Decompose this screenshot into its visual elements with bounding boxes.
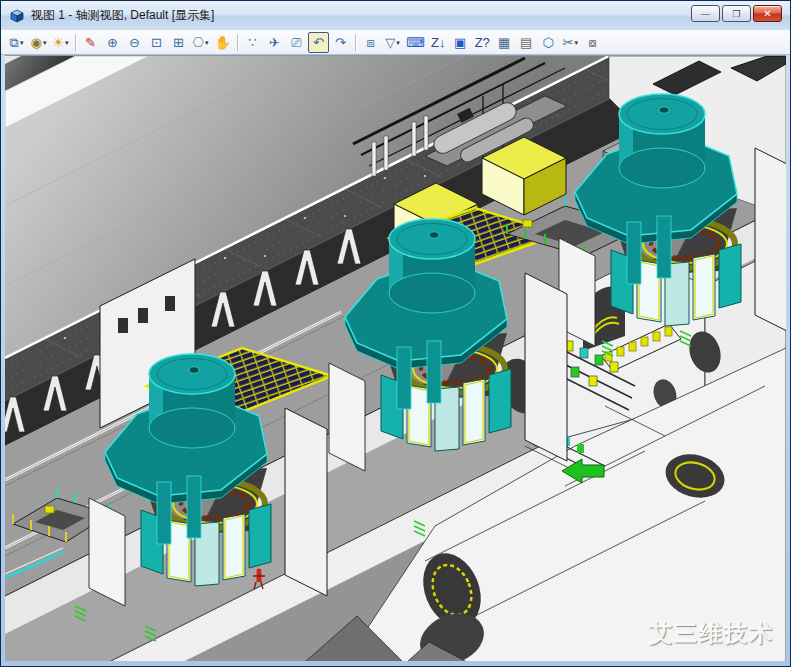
section-cut-dropdown-arrow[interactable]: ▾ (574, 39, 578, 46)
paint-brush-button[interactable]: ✎ (80, 32, 101, 53)
pan-hand-icon: ✋ (214, 36, 230, 49)
window-title: 视图 1 - 轴测视图, Default [显示集] (31, 7, 214, 24)
z-query-icon: Z? (475, 36, 490, 49)
section-cut-icon: ✂ (563, 36, 574, 49)
view-frustum-dropdown-arrow[interactable]: ▾ (396, 39, 400, 46)
statistics-button[interactable]: ▦ (494, 32, 515, 53)
window-controls: —❐✕ (691, 5, 782, 22)
pan-hand-button[interactable]: ✋ (212, 32, 233, 53)
toolbar-separator (355, 34, 356, 51)
perspective-views-button[interactable]: ⧈ (360, 32, 381, 53)
render-mode-icon: ◉ (31, 36, 42, 49)
cube-view-icon: ⬡ (543, 36, 554, 49)
walk-mode-button[interactable]: ∵ (242, 32, 263, 53)
z-depth-button[interactable]: Z↓ (428, 32, 449, 53)
render-mode-dropdown-arrow[interactable]: ▾ (43, 39, 47, 46)
snapshot-button[interactable]: ▤ (516, 32, 537, 53)
zoom-in-icon: ⊕ (107, 36, 118, 49)
look-around-button[interactable]: ⎚ (286, 32, 307, 53)
keyboard-grid-button[interactable]: ⌨ (404, 32, 427, 53)
cube-view-button[interactable]: ⬡ (538, 32, 559, 53)
zoom-out-icon: ⊖ (129, 36, 140, 49)
close-button[interactable]: ✕ (753, 5, 782, 22)
title-bar[interactable]: 视图 1 - 轴测视图, Default [显示集] —❐✕ (1, 1, 790, 30)
toolbar: ⧉▾◉▾☀▾✎⊕⊖⊡⊞⎔▾✋∵✈⎚↶↷⧈▽▾⌨Z↓▣Z?▦▤⬡✂▾⧇ (1, 30, 790, 55)
toolbar-separator (75, 34, 76, 51)
zoom-window-icon: ⊡ (151, 36, 162, 49)
section-cut-button[interactable]: ✂▾ (560, 32, 581, 53)
statistics-icon: ▦ (498, 36, 510, 49)
zoom-fit-button[interactable]: ⊞ (168, 32, 189, 53)
cube-export-button[interactable]: ⧇ (582, 32, 603, 53)
display-sets-button[interactable]: ⧉▾ (6, 32, 27, 53)
lighting-dropdown-arrow[interactable]: ▾ (65, 39, 69, 46)
z-query-button[interactable]: Z? (472, 32, 493, 53)
cube-export-icon: ⧇ (588, 36, 596, 49)
display-sets-icon: ⧉ (10, 36, 19, 49)
redo-view-button[interactable]: ↷ (330, 32, 351, 53)
perspective-views-icon: ⧈ (366, 36, 374, 49)
paint-brush-icon: ✎ (85, 36, 96, 49)
snapshot-icon: ▤ (520, 36, 532, 49)
undo-view-icon: ↶ (313, 36, 324, 49)
redo-view-icon: ↷ (335, 36, 346, 49)
orbit-cube-icon: ⎔ (193, 36, 204, 49)
orbit-cube-dropdown-arrow[interactable]: ▾ (205, 39, 209, 46)
restore-button[interactable]: ❐ (722, 5, 751, 22)
walk-mode-icon: ∵ (248, 36, 256, 49)
lighting-icon: ☀ (52, 36, 64, 49)
toolbar-separator (237, 34, 238, 51)
view-frustum-icon: ▽ (385, 36, 395, 49)
view-panel-button[interactable]: ▣ (450, 32, 471, 53)
viewport-3d-scene[interactable] (5, 56, 786, 661)
view-frustum-button[interactable]: ▽▾ (382, 32, 403, 53)
lighting-button[interactable]: ☀▾ (50, 32, 71, 53)
view-panel-icon: ▣ (454, 36, 466, 49)
look-around-icon: ⎚ (291, 36, 301, 49)
zoom-window-button[interactable]: ⊡ (146, 32, 167, 53)
fly-mode-button[interactable]: ✈ (264, 32, 285, 53)
keyboard-grid-icon: ⌨ (406, 36, 425, 49)
viewport-3d[interactable]: 艾三维技术 (5, 55, 786, 661)
fly-mode-icon: ✈ (269, 36, 280, 49)
app-window: 视图 1 - 轴测视图, Default [显示集] —❐✕ ⧉▾◉▾☀▾✎⊕⊖… (0, 0, 791, 667)
app-cube-icon (9, 8, 25, 24)
zoom-in-button[interactable]: ⊕ (102, 32, 123, 53)
minimize-button[interactable]: — (691, 5, 720, 22)
render-mode-button[interactable]: ◉▾ (28, 32, 49, 53)
orbit-cube-button[interactable]: ⎔▾ (190, 32, 211, 53)
z-depth-icon: Z↓ (431, 36, 445, 49)
zoom-out-button[interactable]: ⊖ (124, 32, 145, 53)
display-sets-dropdown-arrow[interactable]: ▾ (20, 39, 24, 46)
undo-view-button[interactable]: ↶ (308, 32, 329, 53)
zoom-fit-icon: ⊞ (173, 36, 184, 49)
